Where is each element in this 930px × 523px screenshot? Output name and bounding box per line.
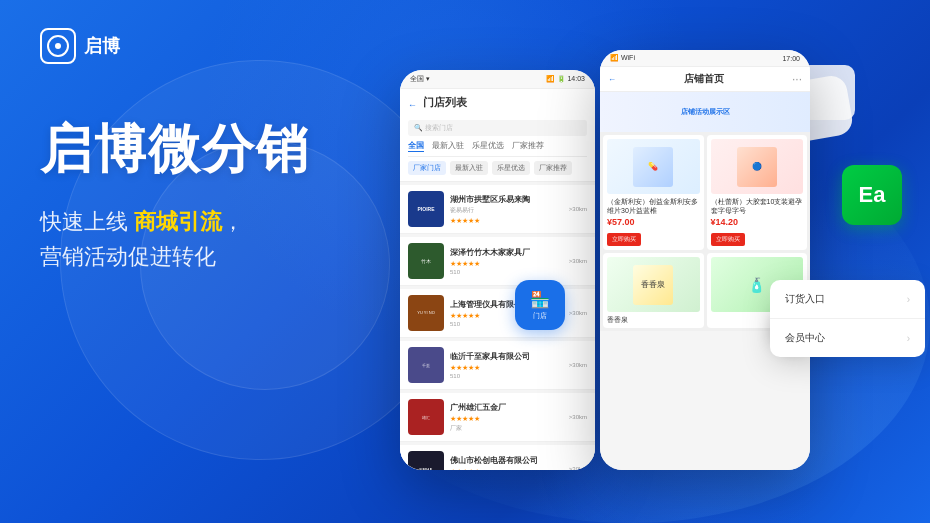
store-name-4: 临沂千至家具有限公司 <box>450 351 563 362</box>
store-icon-label: 门店 <box>533 311 547 321</box>
logo-icon <box>40 28 76 64</box>
shop-more-icon[interactable]: ··· <box>792 72 802 86</box>
headline-area: 启博微分销 快速上线 商城引流， 营销活动促进转化 <box>40 120 310 274</box>
product-img-2: 🔵 <box>711 139 804 194</box>
phone-right: 📶 WiFi 17:00 ← 店铺首页 ··· 店铺活动展示区 💊 <box>600 50 810 470</box>
popup-order-label: 订货入口 <box>785 292 825 306</box>
store-info-4: 临沂千至家具有限公司 ★★★★★ 510 <box>450 351 563 379</box>
left-status-time: 全国 ▾ <box>410 74 430 84</box>
store-info-6: 佛山市松创电器有限公司 ★★★★★ 510 <box>450 455 563 470</box>
phones-area: 全国 ▾ 📶 🔋 14:03 ← 门店列表 🔍 搜索门店 全国 最新入驻 乐星优… <box>380 20 930 523</box>
store-stars-2: ★★★★★ <box>450 260 563 268</box>
store-name-2: 深泽竹竹木木家家具厂 <box>450 247 563 258</box>
left-status-icons: 📶 🔋 14:03 <box>546 75 585 83</box>
product-card-1[interactable]: 💊 （金斯利安）创益金斯利安多维片30片益蓝椎 ¥57.00 立即购买 <box>603 135 704 250</box>
store-list-header: ← 门店列表 🔍 搜索门店 全国 最新入驻 乐星优选 厂家推荐 厂家门店 最新入… <box>400 89 595 182</box>
left-status-bar: 全国 ▾ 📶 🔋 14:03 <box>400 70 595 89</box>
store-dist-3: >30km <box>569 310 587 316</box>
store-tabs: 全国 最新入驻 乐星优选 厂家推荐 <box>408 140 587 157</box>
product-name-1: （金斯利安）创益金斯利安多维片30片益蓝椎 <box>607 197 700 215</box>
product-img-1: 💊 <box>607 139 700 194</box>
subtitle-prefix: 快速上线 <box>40 209 134 234</box>
store-name-6: 佛山市松创电器有限公司 <box>450 455 563 466</box>
float-store-icon[interactable]: 🏪 门店 <box>515 280 565 330</box>
buy-btn-2[interactable]: 立即购买 <box>711 233 745 246</box>
store-info-1: 湖州市拱墅区乐易来陶 瓷易易行 ★★★★★ <box>450 194 563 225</box>
right-status-icons: 📶 WiFi <box>610 54 635 62</box>
deco-ea-box: Ea <box>842 165 902 225</box>
store-logo-1: PIOIRE <box>408 191 444 227</box>
store-sub-1: 瓷易易行 <box>450 206 563 215</box>
store-stars-6: ★★★★★ <box>450 468 563 470</box>
shop-banner: 店铺活动展示区 <box>600 92 810 132</box>
popup-item-member[interactable]: 会员中心 › <box>770 319 925 357</box>
store-name-5: 广州雄汇五金厂 <box>450 402 563 413</box>
logo-area: 启博 <box>40 28 120 64</box>
store-name-1: 湖州市拱墅区乐易来陶 <box>450 194 563 205</box>
shop-header: ← 店铺首页 ··· <box>600 67 810 92</box>
tab-star[interactable]: 乐星优选 <box>472 140 504 152</box>
store-stars-4: ★★★★★ <box>450 364 563 372</box>
hero-title: 启博微分销 <box>40 120 310 180</box>
store-filters: 厂家门店 最新入驻 乐星优选 厂家推荐 <box>408 161 587 175</box>
right-phone-screen: ← 店铺首页 ··· 店铺活动展示区 💊 （金斯利安）创益金斯利安多维片30片益 <box>600 67 810 470</box>
deco-ea-text: Ea <box>859 182 886 208</box>
store-dist-6: >30km <box>569 466 587 470</box>
filter-recommend[interactable]: 厂家推荐 <box>534 161 572 175</box>
right-status-time: 17:00 <box>782 55 800 62</box>
store-list: PIOIRE 湖州市拱墅区乐易来陶 瓷易易行 ★★★★★ >30km 竹木 深泽… <box>400 185 595 470</box>
store-list-title: 门店列表 <box>423 95 467 110</box>
store-dist-1: >30km <box>569 206 587 212</box>
store-info-5: 广州雄汇五金厂 ★★★★★ 厂家 <box>450 402 563 433</box>
store-stars-5: ★★★★★ <box>450 415 563 423</box>
store-logo-6: SMHF <box>408 451 444 470</box>
store-logo-4: 千至 <box>408 347 444 383</box>
store-dist-5: >30km <box>569 414 587 420</box>
buy-btn-1[interactable]: 立即购买 <box>607 233 641 246</box>
filter-factory[interactable]: 厂家门店 <box>408 161 446 175</box>
popup-menu-card: 订货入口 › 会员中心 › <box>770 280 925 357</box>
store-item[interactable]: 千至 临沂千至家具有限公司 ★★★★★ 510 >30km <box>400 341 595 390</box>
store-item[interactable]: 雄汇 广州雄汇五金厂 ★★★★★ 厂家 >30km <box>400 393 595 442</box>
store-sub-2: 510 <box>450 269 563 275</box>
product-price-2: ¥14.20 <box>711 217 804 227</box>
tab-newest[interactable]: 最新入驻 <box>432 140 464 152</box>
product-card-3[interactable]: 香香泉 香香泉 <box>603 253 704 328</box>
popup-member-label: 会员中心 <box>785 331 825 345</box>
store-logo-2: 竹木 <box>408 243 444 279</box>
hero-subtitle: 快速上线 商城引流， 营销活动促进转化 <box>40 204 310 274</box>
store-item[interactable]: PIOIRE 湖州市拱墅区乐易来陶 瓷易易行 ★★★★★ >30km <box>400 185 595 234</box>
product-name-2: （杜蕾斯）大胶套10支装避孕套字母字号 <box>711 197 804 215</box>
product-card-2[interactable]: 🔵 （杜蕾斯）大胶套10支装避孕套字母字号 ¥14.20 立即购买 <box>707 135 808 250</box>
store-sub-5: 厂家 <box>450 424 563 433</box>
filter-lx[interactable]: 乐星优选 <box>492 161 530 175</box>
phone-left: 全国 ▾ 📶 🔋 14:03 ← 门店列表 🔍 搜索门店 全国 最新入驻 乐星优… <box>400 70 595 470</box>
store-dist-4: >30km <box>569 362 587 368</box>
product-img-3: 香香泉 <box>607 257 700 312</box>
store-stars-1: ★★★★★ <box>450 217 563 225</box>
store-item[interactable]: YU YI NO 上海管理仪具有限公司 ★★★★★ 510 >30km <box>400 289 595 338</box>
store-dist-2: >30km <box>569 258 587 264</box>
subtitle-suffix: ， <box>222 209 244 234</box>
tab-factory[interactable]: 厂家推荐 <box>512 140 544 152</box>
brand-name: 启博 <box>84 34 120 58</box>
filter-new[interactable]: 最新入驻 <box>450 161 488 175</box>
store-item[interactable]: 竹木 深泽竹竹木木家家具厂 ★★★★★ 510 >30km <box>400 237 595 286</box>
popup-item-order[interactable]: 订货入口 › <box>770 280 925 319</box>
store-item[interactable]: SMHF 佛山市松创电器有限公司 ★★★★★ 510 >30km <box>400 445 595 470</box>
store-logo-3: YU YI NO <box>408 295 444 331</box>
subtitle-line2: 营销活动促进转化 <box>40 244 216 269</box>
popup-order-arrow: › <box>907 294 910 305</box>
left-phone-screen: ← 门店列表 🔍 搜索门店 全国 最新入驻 乐星优选 厂家推荐 厂家门店 最新入… <box>400 89 595 470</box>
tab-all[interactable]: 全国 <box>408 140 424 152</box>
subtitle-highlight: 商城引流 <box>134 209 222 234</box>
store-info-2: 深泽竹竹木木家家具厂 ★★★★★ 510 <box>450 247 563 275</box>
store-logo-5: 雄汇 <box>408 399 444 435</box>
popup-member-arrow: › <box>907 333 910 344</box>
shop-title: 店铺首页 <box>684 72 724 86</box>
product-price-1: ¥57.00 <box>607 217 700 227</box>
store-sub-4: 510 <box>450 373 563 379</box>
right-status-bar: 📶 WiFi 17:00 <box>600 50 810 67</box>
product-name-3: 香香泉 <box>607 315 700 324</box>
